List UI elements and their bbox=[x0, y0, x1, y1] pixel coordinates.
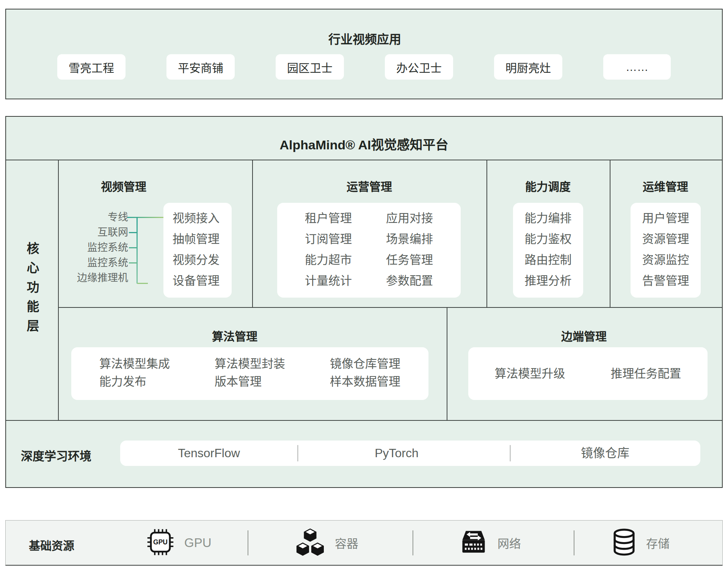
video-function-item: 视频接入 bbox=[173, 208, 232, 229]
video-functions-card: 视频接入 抽帧管理 视频分发 设备管理 bbox=[163, 203, 232, 298]
infra-divider bbox=[248, 530, 248, 555]
edge-item: 算法模型升级 bbox=[495, 363, 565, 384]
infra-divider bbox=[413, 530, 413, 555]
infra-item-network: 网络 bbox=[460, 521, 521, 565]
operation-item: 参数配置 bbox=[386, 270, 433, 291]
video-source-item: 监控系统 bbox=[87, 255, 128, 270]
maintenance-card: 用户管理 资源管理 资源监控 告警管理 bbox=[631, 203, 701, 298]
connector-line bbox=[129, 262, 137, 263]
infra-item-label: 网络 bbox=[497, 534, 521, 551]
infra-divider bbox=[574, 530, 574, 555]
algorithm-col1: 算法模型集成 能力发布 bbox=[99, 355, 170, 400]
operation-col1: 租户管理 订阅管理 能力超市 计量统计 bbox=[305, 208, 352, 298]
video-function-item: 视频分发 bbox=[173, 249, 232, 270]
app-chip-mingchu: 明厨亮灶 bbox=[494, 54, 562, 80]
algorithm-item: 样本数据管理 bbox=[330, 373, 400, 390]
operation-item: 应用对接 bbox=[386, 208, 433, 229]
algorithm-panel-title: 算法管理 bbox=[212, 327, 257, 344]
network-switch-icon bbox=[460, 528, 488, 558]
edge-panel-title: 边端管理 bbox=[561, 327, 607, 344]
maintenance-item: 资源管理 bbox=[642, 229, 689, 249]
architecture-diagram: 行业视频应用 雪亮工程 平安商铺 园区卫士 办公卫士 明厨亮灶 …… Alpha… bbox=[0, 0, 728, 577]
maintenance-item: 资源监控 bbox=[642, 249, 689, 270]
video-source-item: 边缘推理机 bbox=[77, 270, 128, 285]
panel-divider-video-operation bbox=[252, 160, 253, 307]
operation-item: 能力超市 bbox=[305, 249, 352, 270]
algorithm-item: 镜像仓库管理 bbox=[330, 355, 400, 373]
row-divider bbox=[58, 307, 722, 308]
core-layer-column: 核心功能层 bbox=[6, 160, 58, 421]
dl-env-divider bbox=[510, 445, 510, 461]
scheduling-item: 能力鉴权 bbox=[525, 229, 572, 249]
maintenance-item: 用户管理 bbox=[642, 208, 689, 229]
storage-database-icon bbox=[612, 528, 636, 557]
app-chip-yuanqu: 园区卫士 bbox=[276, 54, 344, 80]
infra-item-container: 容器 bbox=[295, 521, 358, 565]
core-layer-divider bbox=[58, 160, 59, 421]
maintenance-item: 告警管理 bbox=[642, 270, 689, 291]
panel-divider-scheduling-maintenance bbox=[610, 160, 610, 307]
dl-env-item-tensorflow: TensorFlow bbox=[178, 441, 240, 466]
app-chip-more: …… bbox=[603, 54, 671, 80]
infra-item-label: 存储 bbox=[646, 534, 670, 551]
algorithm-item: 算法模型封装 bbox=[215, 355, 285, 373]
infra-item-storage: 存储 bbox=[612, 521, 670, 565]
infra-section: 基础资源 GPU GPU bbox=[5, 520, 723, 566]
industry-apps-title: 行业视频应用 bbox=[328, 30, 401, 47]
operation-item: 场景编排 bbox=[386, 229, 433, 249]
app-chip-pingan: 平安商铺 bbox=[166, 54, 235, 80]
dl-env-divider bbox=[298, 445, 298, 461]
scheduling-card: 能力编排 能力鉴权 路由控制 推理分析 bbox=[513, 203, 583, 298]
connector-line bbox=[129, 232, 137, 233]
industry-apps-section: 行业视频应用 雪亮工程 平安商铺 园区卫士 办公卫士 明厨亮灶 …… bbox=[5, 9, 723, 99]
industry-apps-row: 雪亮工程 平安商铺 园区卫士 办公卫士 明厨亮灶 …… bbox=[57, 54, 671, 80]
core-layer-label: 核心功能层 bbox=[26, 242, 38, 339]
infra-item-label: GPU bbox=[184, 536, 212, 550]
connector-line bbox=[137, 283, 148, 284]
infra-label: 基础资源 bbox=[29, 536, 74, 553]
operation-item: 租户管理 bbox=[305, 208, 352, 229]
video-function-item: 设备管理 bbox=[173, 270, 232, 291]
scheduling-item: 能力编排 bbox=[525, 208, 572, 229]
scheduling-item: 路由控制 bbox=[525, 249, 572, 270]
dl-env-item-registry: 镜像仓库 bbox=[581, 441, 629, 466]
operation-item: 订阅管理 bbox=[305, 229, 352, 249]
panel-divider-operation-scheduling bbox=[486, 160, 487, 307]
connector-line bbox=[129, 247, 137, 248]
scheduling-item: 推理分析 bbox=[525, 270, 572, 291]
dl-row-divider bbox=[6, 420, 722, 421]
platform-title: AlphaMind® AI视觉感知平台 bbox=[280, 135, 449, 153]
edge-card: 算法模型升级 推理任务配置 bbox=[468, 347, 708, 400]
algorithm-card: 算法模型集成 能力发布 算法模型封装 版本管理 镜像仓库管理 样本数据管理 bbox=[71, 347, 428, 400]
algorithm-col3: 镜像仓库管理 样本数据管理 bbox=[330, 355, 400, 400]
scheduling-col: 能力编排 能力鉴权 路由控制 推理分析 bbox=[525, 208, 572, 298]
video-source-item: 专线 bbox=[108, 210, 128, 225]
dl-env-label: 深度学习环境 bbox=[21, 447, 91, 464]
operation-col2: 应用对接 场景编排 任务管理 参数配置 bbox=[386, 208, 433, 298]
platform-section: AlphaMind® AI视觉感知平台 核心功能层 视频管理 专线 互联网 监控… bbox=[5, 116, 723, 488]
app-chip-bangong: 办公卫士 bbox=[385, 54, 453, 80]
algorithm-item: 版本管理 bbox=[215, 373, 285, 390]
infra-item-gpu: GPU GPU bbox=[146, 521, 212, 565]
container-cubes-icon bbox=[295, 528, 325, 558]
video-source-item: 互联网 bbox=[97, 225, 128, 240]
connector-line bbox=[127, 217, 164, 218]
title-divider bbox=[6, 160, 722, 160]
video-panel-title: 视频管理 bbox=[101, 177, 146, 194]
infra-item-label: 容器 bbox=[335, 534, 358, 551]
operation-item: 计量统计 bbox=[305, 270, 352, 291]
gpu-chip-icon: GPU bbox=[146, 528, 174, 558]
panel-divider-algorithm-edge bbox=[447, 307, 447, 420]
dl-env-item-pytorch: PyTorch bbox=[375, 441, 419, 466]
edge-item: 推理任务配置 bbox=[611, 363, 681, 384]
scheduling-panel-title: 能力调度 bbox=[525, 177, 571, 194]
operation-card: 租户管理 订阅管理 能力超市 计量统计 应用对接 场景编排 任务管理 参数配置 bbox=[277, 203, 461, 298]
app-chip-xueliang: 雪亮工程 bbox=[57, 54, 126, 80]
algorithm-item: 能力发布 bbox=[99, 373, 170, 390]
video-function-item: 抽帧管理 bbox=[173, 229, 232, 249]
algorithm-item: 算法模型集成 bbox=[99, 355, 170, 373]
maintenance-panel-title: 运维管理 bbox=[643, 177, 688, 194]
operation-item: 任务管理 bbox=[386, 249, 433, 270]
gpu-chip-icon-text: GPU bbox=[153, 538, 168, 546]
algorithm-col2: 算法模型封装 版本管理 bbox=[215, 355, 285, 400]
